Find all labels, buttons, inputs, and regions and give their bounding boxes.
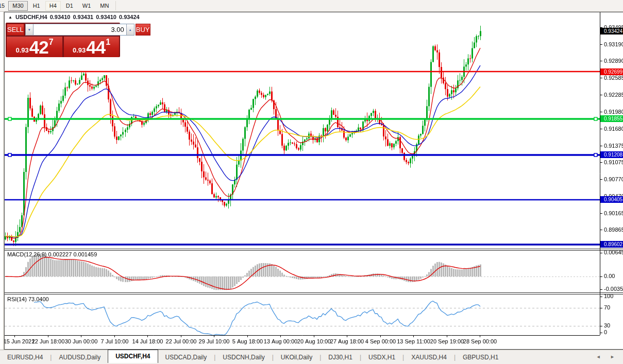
chart-tab-dj30-h1[interactable]: DJ30,H1 (321, 352, 360, 362)
timeframe-button-mn[interactable]: MN (96, 1, 113, 11)
macd-label: MACD(12,26,9) 0.002227 0.001459 (7, 251, 97, 257)
close-value: 0.93424 (119, 14, 140, 20)
axis-tag-current-price: 0.93424 (600, 28, 623, 34)
timeframe-button-h1[interactable]: H1 (29, 1, 44, 11)
sell-button[interactable]: SELL (7, 24, 24, 36)
chart-canvas[interactable] (5, 12, 623, 349)
buy-button[interactable]: BUY (136, 24, 150, 36)
open-value: 0.93410 (50, 14, 71, 20)
timeframe-button-d1[interactable]: D1 (62, 1, 77, 11)
symbol-period-label: USDCHF,H4 (15, 14, 47, 20)
timeframe-button-m30[interactable]: M30 (8, 1, 27, 11)
timeframe-button-h4[interactable]: H4 (45, 1, 61, 11)
timeframe-toolbar: 15M30H1H4D1W1MN (0, 0, 623, 12)
chart-tab-xauusd-h4[interactable]: XAUUSD,H4 (404, 352, 454, 362)
buy-price-point: 1 (106, 38, 110, 47)
chart-ohlc-title: ▲USDCHF,H40.934100.934310.934100.93424 (8, 14, 140, 20)
buy-price-pips: 44 (86, 38, 105, 57)
chart-tab-ukoil-daily[interactable]: UKOil,Daily (274, 352, 319, 362)
chart-tab-gbpusd-h1[interactable]: GBPUSD,H1 (456, 352, 506, 362)
sell-price-point: 7 (49, 38, 54, 47)
tab-scroll-left-icon[interactable]: ◄ (596, 354, 605, 359)
rsi-label: RSI(14) 73.0400 (7, 296, 49, 302)
axis-tag-level-0.90405[interactable]: 0.90405 (600, 196, 623, 203)
volume-stepper: ▼ ▲ (25, 24, 134, 36)
chart-tab-usdx-h1[interactable]: USDX,H1 (361, 352, 402, 362)
chart-tab-bar: EURUSD,H4|AUDUSD,DailyUSDCHF,H4USDCAD,Da… (0, 350, 623, 364)
chart-tab-usdchf-h4[interactable]: USDCHF,H4 (108, 350, 158, 363)
one-click-trading-panel: SELL ▼ ▲ BUY 0.93 42 7 0.93 44 1 (6, 23, 120, 57)
collapse-arrow-icon[interactable]: ▲ (8, 15, 12, 20)
volume-increase-button[interactable]: ▲ (126, 24, 134, 36)
mt4-terminal: 15M30H1H4D1W1MN ▲USDCHF,H40.934100.93431… (0, 0, 623, 364)
tab-scroll-arrows: ◄ ► (596, 354, 619, 359)
chart-tab-usdcad-daily[interactable]: USDCAD,Daily (158, 352, 214, 362)
chart-tab-eurusd-h4[interactable]: EURUSD,H4 (0, 352, 50, 362)
axis-tag-level-0.91208[interactable]: 0.91208 (600, 151, 623, 158)
low-value: 0.93410 (96, 14, 116, 20)
volume-decrease-button[interactable]: ▼ (25, 24, 33, 36)
axis-tag-level-0.91855[interactable]: 0.91855 (600, 115, 623, 122)
buy-price-fraction: 0.93 (73, 46, 86, 54)
volume-input[interactable] (33, 24, 126, 36)
high-value: 0.93431 (73, 14, 93, 20)
timeframe-button-15[interactable]: 15 (0, 1, 7, 11)
chart-tab-audusd-daily[interactable]: AUDUSD,Daily (52, 352, 108, 362)
axis-tag-level-0.92699[interactable]: 0.92699 (600, 68, 623, 75)
chart-window: ▲USDCHF,H40.934100.934310.934100.93424 S… (4, 12, 623, 350)
chart-tab-usdcnh-daily[interactable]: USDCNH,Daily (215, 352, 272, 362)
timeframe-button-w1[interactable]: W1 (78, 1, 95, 11)
axis-tag-level-0.89602[interactable]: 0.89602 (600, 241, 623, 248)
sell-price-pips: 42 (29, 38, 48, 57)
buy-price-quote[interactable]: 0.93 44 1 (64, 37, 119, 57)
tab-scroll-right-icon[interactable]: ► (610, 354, 619, 359)
sell-price-quote[interactable]: 0.93 42 7 (7, 37, 62, 57)
sell-price-fraction: 0.93 (15, 46, 28, 54)
toolbar-separator (115, 1, 116, 10)
